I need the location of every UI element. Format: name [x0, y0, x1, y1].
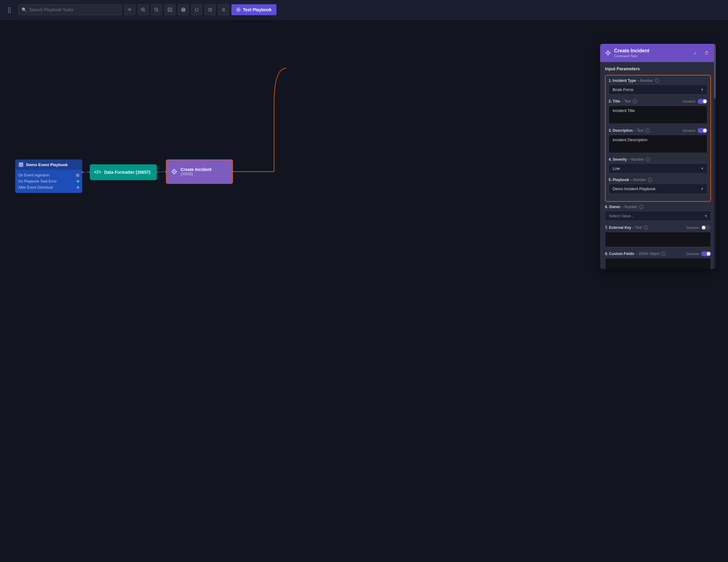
- test-playbook-label: Test Playbook: [243, 7, 272, 12]
- param-5-info-icon[interactable]: i: [648, 178, 652, 182]
- param-7-textarea[interactable]: [605, 232, 711, 247]
- node-row-2: After Event Dismissal: [18, 185, 79, 191]
- param-4-dropdown[interactable]: Low ▾: [609, 163, 707, 174]
- param-1-group: 1. Incident Type – Number i Brute Force …: [609, 79, 707, 95]
- param-3-group: 3. Description – Text i Dynamic Incident…: [609, 128, 707, 153]
- demo-event-icon: [18, 162, 24, 167]
- param-2-toggle[interactable]: [698, 99, 707, 104]
- node-dot-1: [77, 180, 79, 183]
- param-6-info-icon[interactable]: i: [639, 205, 644, 209]
- svg-point-13: [184, 9, 185, 10]
- param-1-chevron-icon: ▾: [701, 87, 703, 92]
- fit-btn[interactable]: [164, 4, 175, 15]
- list-btn[interactable]: [218, 4, 229, 15]
- canvas: Demo Event Playbook On Event Ingestion O…: [0, 19, 728, 562]
- param-1-dropdown[interactable]: Brute Force ▾: [609, 85, 707, 95]
- param-7-group: 7. External Key – Text i Dynamic: [605, 225, 711, 247]
- history-btn[interactable]: [205, 4, 216, 15]
- zoom-in-btn[interactable]: [138, 4, 149, 15]
- param-4-chevron-icon: ▾: [701, 166, 703, 171]
- side-panel-subtitle: Command Task: [614, 54, 649, 58]
- create-incident-node[interactable]: Create Incident (35658): [166, 160, 233, 184]
- side-panel-title: Create Incident: [614, 48, 649, 54]
- param-5-chevron-icon: ▾: [701, 187, 703, 191]
- test-playbook-button[interactable]: Test Playbook: [231, 4, 276, 15]
- param-3-info-icon[interactable]: i: [645, 128, 650, 133]
- section-title: Input Parameters: [605, 66, 711, 71]
- param-1-info-icon[interactable]: i: [655, 79, 659, 83]
- print-btn[interactable]: [178, 4, 189, 15]
- param-7-toggle[interactable]: [701, 225, 711, 230]
- search-input[interactable]: [29, 7, 118, 12]
- param-7-info-icon[interactable]: i: [644, 226, 648, 230]
- param-6-dropdown[interactable]: Select Value... ▾: [605, 211, 711, 221]
- param-3-toggle[interactable]: [698, 128, 707, 133]
- param-2-textarea[interactable]: Incident Title: [609, 106, 707, 124]
- param-6-chevron-icon: ▾: [705, 214, 707, 218]
- param-8-info-icon[interactable]: i: [661, 252, 666, 256]
- data-formatter-node[interactable]: </> Data Formatter (35657): [90, 164, 157, 180]
- param-8-dynamic-toggle[interactable]: Dynamic: [686, 251, 711, 256]
- param-8-textarea[interactable]: [605, 258, 711, 269]
- search-icon: 🔍: [22, 7, 27, 12]
- panel-trash-btn[interactable]: [702, 49, 711, 57]
- panel-command-icon: [605, 50, 611, 56]
- node-row-1: On Playbook Task Error: [18, 178, 79, 185]
- node-row-0: On Event Ingestion: [18, 172, 79, 178]
- toolbar: ⣿ 🔍 👁: [0, 0, 728, 19]
- param-3-dynamic-toggle[interactable]: Dynamic: [683, 128, 707, 133]
- param-4-group: 4. Severity – Number i Low ▾: [609, 157, 707, 174]
- svg-line-6: [157, 11, 158, 12]
- param-6-group: 6. Owner – Number i Select Value... ▾: [605, 205, 711, 221]
- param-4-info-icon[interactable]: i: [646, 157, 650, 162]
- side-panel-header: Create Incident Command Task ✓: [600, 44, 716, 62]
- param-2-info-icon[interactable]: i: [633, 99, 637, 104]
- param-8-group: 8. Custom Fields – JSON Object i Dynamic: [605, 251, 711, 269]
- svg-line-23: [157, 172, 166, 172]
- search-box: 🔍: [18, 4, 122, 15]
- zoom-out-btn[interactable]: [151, 4, 162, 15]
- param-5-value: Demo Incident Playbook: [613, 187, 656, 191]
- command-icon: [171, 168, 178, 175]
- param-5-dropdown[interactable]: Demo Incident Playbook ▾: [609, 184, 707, 194]
- params-highlight-box: 1. Incident Type – Number i Brute Force …: [605, 75, 711, 202]
- grid-icon[interactable]: ⣿: [5, 5, 13, 14]
- param-4-value: Low: [613, 166, 620, 171]
- create-incident-title: Create Incident: [181, 167, 211, 172]
- node-square-0: [76, 174, 79, 177]
- refresh-btn[interactable]: [191, 4, 202, 15]
- param-5-group: 5. Playbook – Number i Demo Incident Pla…: [609, 178, 707, 194]
- side-panel: Create Incident Command Task ✓ Input Par…: [600, 44, 716, 269]
- param-6-value: Select Value...: [609, 214, 634, 218]
- panel-check-btn[interactable]: ✓: [691, 49, 699, 57]
- scrollbar-track[interactable]: [714, 44, 716, 269]
- scrollbar-thumb[interactable]: [714, 44, 716, 99]
- param-2-group: 2. Title – Text i Dynamic Incident Title: [609, 99, 707, 124]
- svg-point-35: [607, 52, 609, 54]
- code-icon: </>: [94, 170, 101, 175]
- param-2-dynamic-toggle[interactable]: Dynamic: [683, 99, 707, 104]
- create-incident-subtitle: (35658): [181, 172, 211, 176]
- node-dot-2: [77, 186, 79, 189]
- param-7-dynamic-toggle[interactable]: Dynamic: [686, 225, 711, 230]
- side-panel-body: Input Parameters 1. Incident Type – Numb…: [600, 62, 716, 269]
- param-3-textarea[interactable]: Incident Description: [609, 135, 707, 153]
- svg-point-30: [174, 171, 175, 172]
- demo-event-node[interactable]: Demo Event Playbook On Event Ingestion O…: [15, 160, 82, 193]
- demo-event-title: Demo Event Playbook: [26, 163, 68, 167]
- param-8-toggle[interactable]: [701, 251, 711, 256]
- data-formatter-title: Data Formatter (35657): [104, 170, 150, 175]
- param-1-value: Brute Force: [613, 87, 633, 92]
- eye-btn[interactable]: 👁: [124, 4, 135, 15]
- svg-line-3: [144, 11, 145, 12]
